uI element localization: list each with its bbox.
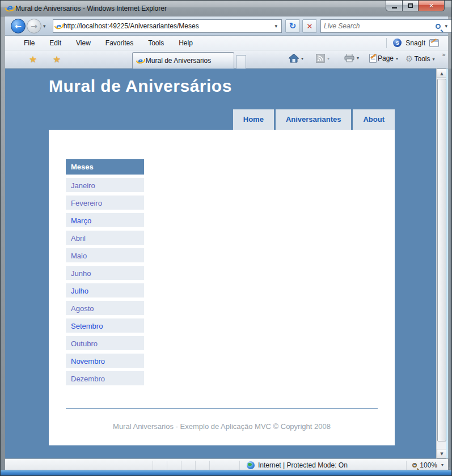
- menu-item-favorites[interactable]: Favorites: [98, 37, 141, 49]
- status-bar: Internet | Protected Mode: On 100% ▾: [5, 458, 448, 471]
- close-button[interactable]: ✕: [419, 1, 445, 11]
- forward-button[interactable]: →: [27, 19, 41, 33]
- month-link-maio[interactable]: Maio: [71, 252, 87, 260]
- month-link-outubro[interactable]: Outubro: [71, 339, 98, 348]
- search-box[interactable]: ▾: [320, 19, 452, 33]
- address-dropdown-icon[interactable]: ▾: [273, 23, 279, 29]
- tools-button[interactable]: ⚙ Tools ▾: [405, 54, 436, 64]
- tab-title: Mural de Aniversarios: [146, 57, 211, 65]
- maximize-icon: [408, 3, 413, 8]
- zone-text: Internet | Protected Mode: On: [258, 461, 348, 469]
- search-dropdown-icon[interactable]: ▾: [443, 23, 449, 29]
- scroll-down-button[interactable]: ▼: [437, 449, 447, 458]
- table-row: Junho: [66, 266, 144, 280]
- months-table: Meses JaneiroFevereiroMarçoAbrilMaioJunh…: [66, 159, 144, 385]
- more-commands-icon[interactable]: »: [442, 51, 446, 58]
- table-row: Dezembro: [66, 371, 144, 385]
- status-segment: [181, 461, 195, 470]
- window-title: Mural de Aniversarios - Windows Internet…: [15, 5, 167, 12]
- home-button[interactable]: ▾: [289, 54, 305, 63]
- status-segment: [195, 461, 209, 470]
- title-bar[interactable]: e Mural de Aniversarios - Windows Intern…: [1, 1, 451, 16]
- month-link-abril[interactable]: Abril: [71, 234, 86, 243]
- home-dropdown-icon[interactable]: ▾: [300, 56, 305, 61]
- address-bar[interactable]: e ▾: [53, 19, 282, 33]
- snagit-button[interactable]: SnagIt: [405, 39, 425, 47]
- tab-favicon: e: [137, 57, 142, 65]
- table-row: Setembro: [66, 318, 144, 333]
- table-row: Fevereiro: [66, 196, 144, 210]
- footer-text: Mural Aniversarios - Exemplo de Aplicaçã…: [49, 422, 395, 431]
- menu-item-tools[interactable]: Tools: [141, 37, 171, 49]
- internet-zone-icon: [247, 461, 255, 469]
- back-button[interactable]: ←: [11, 19, 26, 33]
- page-icon: e: [56, 23, 61, 30]
- menu-bar: FileEditViewFavoritesToolsHelp S SnagIt: [5, 36, 448, 50]
- tab-home[interactable]: Home: [233, 109, 274, 130]
- tools-label: Tools: [414, 55, 430, 63]
- zoom-control[interactable]: 100% ▾: [406, 461, 448, 470]
- address-input[interactable]: [64, 22, 271, 30]
- minimize-button[interactable]: [386, 1, 403, 11]
- content-area: Meses JaneiroFevereiroMarçoAbrilMaioJunh…: [49, 130, 395, 445]
- table-row: Janeiro: [66, 178, 144, 192]
- status-segment: [209, 461, 223, 470]
- minimize-icon: [392, 7, 397, 8]
- page-dropdown-icon[interactable]: ▾: [395, 56, 399, 61]
- print-button[interactable]: ▾: [344, 54, 360, 62]
- search-icon[interactable]: [436, 24, 441, 29]
- tab-about[interactable]: About: [353, 109, 395, 130]
- window-frame-bottom: [1, 470, 451, 475]
- menu-item-file[interactable]: File: [16, 37, 42, 49]
- history-dropdown-icon[interactable]: ▾: [43, 23, 46, 29]
- month-link-novembro[interactable]: Novembro: [71, 357, 105, 366]
- months-list: JaneiroFevereiroMarçoAbrilMaioJunhoJulho…: [66, 178, 144, 385]
- page-viewport: Mural de Aniversários HomeAniversariante…: [5, 69, 446, 458]
- add-favorite-icon[interactable]: ★: [53, 54, 61, 65]
- web-page: Mural de Aniversários HomeAniversariante…: [5, 69, 436, 458]
- vertical-scrollbar[interactable]: ▲ ▼: [436, 69, 446, 458]
- month-link-fevereiro[interactable]: Fevereiro: [71, 199, 102, 207]
- menu-item-edit[interactable]: Edit: [42, 37, 69, 49]
- table-row: Agosto: [66, 301, 144, 315]
- month-link-junho[interactable]: Junho: [71, 269, 91, 278]
- print-icon: [344, 54, 354, 62]
- month-link-dezembro[interactable]: Dezembro: [71, 375, 105, 383]
- menu-item-help[interactable]: Help: [171, 37, 200, 49]
- tab-aniversariantes[interactable]: Aniversariantes: [276, 109, 352, 130]
- table-row: Abril: [66, 231, 144, 245]
- favorites-center-icon[interactable]: ★: [29, 54, 37, 65]
- month-link-janeiro[interactable]: Janeiro: [71, 181, 95, 190]
- month-link-marco[interactable]: Março: [71, 216, 91, 225]
- search-input[interactable]: [324, 22, 433, 30]
- page-title: Mural de Aniversários: [49, 76, 232, 96]
- page-button[interactable]: Page ▾: [369, 54, 399, 63]
- new-tab-stub[interactable]: [236, 55, 246, 69]
- close-icon: ✕: [429, 2, 434, 10]
- scroll-up-button[interactable]: ▲: [437, 69, 447, 78]
- table-row: Maio: [66, 248, 144, 262]
- month-link-setembro[interactable]: Setembro: [71, 322, 103, 330]
- site-tabs: HomeAniversariantesAbout: [233, 109, 395, 130]
- scrollbar-thumb[interactable]: [437, 79, 446, 441]
- browser-window: e Mural de Aniversarios - Windows Intern…: [0, 0, 452, 476]
- maximize-button[interactable]: [403, 1, 419, 11]
- refresh-button[interactable]: ↻: [285, 19, 300, 33]
- ie-logo-icon: e: [6, 4, 12, 12]
- snagit-capture-icon[interactable]: [429, 39, 439, 47]
- menu-item-view[interactable]: View: [69, 37, 98, 49]
- month-link-agosto[interactable]: Agosto: [71, 304, 94, 313]
- table-row: Outubro: [66, 336, 144, 350]
- table-row: Novembro: [66, 354, 144, 368]
- tools-dropdown-icon[interactable]: ▾: [431, 57, 436, 62]
- stop-button[interactable]: ✕: [302, 19, 317, 33]
- window-frame-right: [446, 69, 452, 458]
- home-icon: [289, 54, 299, 63]
- feeds-button[interactable]: ▾: [316, 54, 331, 63]
- month-link-julho[interactable]: Julho: [71, 287, 88, 295]
- table-row: Março: [66, 213, 144, 227]
- footer-divider: [66, 408, 378, 409]
- browser-tab-active[interactable]: e Mural de Aniversarios: [132, 52, 234, 69]
- print-dropdown-icon[interactable]: ▾: [356, 56, 360, 61]
- page-label: Page: [378, 54, 394, 62]
